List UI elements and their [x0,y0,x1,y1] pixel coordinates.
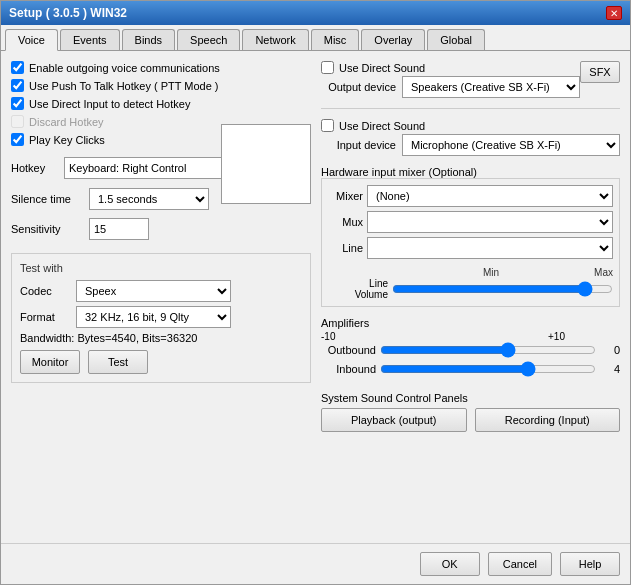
outbound-row: Outbound 0 [321,342,620,358]
tab-speech[interactable]: Speech [177,29,240,50]
play-key-clicks-label: Play Key Clicks [29,134,105,146]
output-direct-sound-checkbox[interactable] [321,61,334,74]
title-bar-controls: ✕ [606,6,622,20]
silence-time-label: Silence time [11,193,81,205]
input-direct-sound-checkbox[interactable] [321,119,334,132]
bottom-bar: OK Cancel Help [1,543,630,584]
sensitivity-input[interactable] [89,218,149,240]
output-device-select[interactable]: Speakers (Creative SB X-Fi) [402,76,580,98]
inbound-label: Inbound [321,363,376,375]
line-volume-min: Min [483,267,499,278]
output-device-label: Output device [321,81,396,93]
direct-input-checkbox[interactable] [11,97,24,110]
output-device-row: Output device Speakers (Creative SB X-Fi… [321,76,580,98]
format-label: Format [20,311,68,323]
wave-display [221,124,311,204]
inbound-value: 4 [600,363,620,375]
sound-control-label: System Sound Control Panels [321,392,620,404]
amplifiers-header: Amplifiers [321,317,620,329]
output-direct-sound-label: Use Direct Sound [339,62,425,74]
enable-voice-checkbox[interactable] [11,61,24,74]
output-left: Use Direct Sound Output device Speakers … [321,61,580,98]
outbound-slider[interactable] [380,342,596,358]
hardware-mixer-header: Hardware input mixer (Optional) [321,166,620,178]
tab-misc[interactable]: Misc [311,29,360,50]
cancel-button[interactable]: Cancel [488,552,552,576]
tab-binds[interactable]: Binds [122,29,176,50]
tab-network[interactable]: Network [242,29,308,50]
recording-button[interactable]: Recording (Input) [475,408,621,432]
input-section: Use Direct Sound Input device Microphone… [321,119,620,156]
codec-row: Codec Speex CELT Opus [20,280,302,302]
ok-button[interactable]: OK [420,552,480,576]
divider-1 [321,108,620,109]
play-key-clicks-checkbox[interactable] [11,133,24,146]
test-title: Test with [20,262,302,274]
sensitivity-label: Sensitivity [11,223,81,235]
close-button[interactable]: ✕ [606,6,622,20]
input-device-label: Input device [321,139,396,151]
bandwidth-text: Bandwidth: Bytes=4540, Bits=36320 [20,332,302,344]
line-volume-labels: Min Max [328,267,613,278]
output-direct-sound-row: Use Direct Sound [321,61,580,74]
line-select[interactable] [367,237,613,259]
playback-button[interactable]: Playback (output) [321,408,467,432]
enable-voice-label: Enable outgoing voice communications [29,62,220,74]
mixer-select[interactable]: (None) [367,185,613,207]
left-panel: Enable outgoing voice communications Use… [11,61,311,533]
amp-minus-label: -10 [321,331,335,342]
mixer-controls: Mixer (None) Mux Line [321,178,620,307]
bandwidth-label: Bandwidth: [20,332,74,344]
test-button[interactable]: Test [88,350,148,374]
line-volume-text-label: LineVolume [328,278,388,300]
hotkey-label: Hotkey [11,162,56,174]
input-device-select[interactable]: Microphone (Creative SB X-Fi) [402,134,620,156]
input-device-row: Input device Microphone (Creative SB X-F… [321,134,620,156]
silence-time-select[interactable]: 0.5 seconds 1 second 1.5 seconds 2 secon… [89,188,209,210]
codec-label: Codec [20,285,68,297]
input-direct-sound-label: Use Direct Sound [339,120,425,132]
tab-events[interactable]: Events [60,29,120,50]
sensitivity-fields: Silence time 0.5 seconds 1 second 1.5 se… [11,184,209,240]
amplifiers-section: Amplifiers -10 +10 Outbound 0 Inbound 4 [321,317,620,380]
amp-plus-label: +10 [548,331,565,342]
mixer-label: Mixer [328,190,363,202]
tab-overlay[interactable]: Overlay [361,29,425,50]
tab-voice[interactable]: Voice [5,29,58,51]
window-title: Setup ( 3.0.5 ) WIN32 [9,6,127,20]
discard-hotkey-label: Discard Hotkey [29,116,104,128]
amp-min-max: -10 +10 [321,331,620,342]
tab-bar: Voice Events Binds Speech Network Misc O… [1,25,630,51]
monitor-button[interactable]: Monitor [20,350,80,374]
mixer-row: Mixer (None) [328,185,613,207]
test-buttons: Monitor Test [20,350,302,374]
inbound-slider[interactable] [380,361,596,377]
push-to-talk-row: Use Push To Talk Hotkey ( PTT Mode ) [11,79,311,92]
direct-input-row: Use Direct Input to detect Hotkey [11,97,311,110]
tab-global[interactable]: Global [427,29,485,50]
tab-content: Enable outgoing voice communications Use… [1,51,630,543]
mux-select[interactable] [367,211,613,233]
test-section: Test with Codec Speex CELT Opus Format 3… [11,253,311,383]
inbound-row: Inbound 4 [321,361,620,377]
sensitivity-row: Sensitivity [11,218,209,240]
line-volume-section: Min Max LineVolume [328,267,613,300]
direct-input-label: Use Direct Input to detect Hotkey [29,98,190,110]
bandwidth-value: Bytes=4540, Bits=36320 [78,332,198,344]
discard-hotkey-checkbox [11,115,24,128]
format-select[interactable]: 32 KHz, 16 bit, 9 Qlty 16 KHz, 16 bit, 9… [76,306,231,328]
help-button[interactable]: Help [560,552,620,576]
title-bar: Setup ( 3.0.5 ) WIN32 ✕ [1,1,630,25]
codec-select[interactable]: Speex CELT Opus [76,280,231,302]
line-volume-label [328,267,388,278]
line-row: Line [328,237,613,259]
line-volume-slider-row: LineVolume [328,278,613,300]
line-volume-max: Max [594,267,613,278]
outbound-label: Outbound [321,344,376,356]
line-label: Line [328,242,363,254]
line-volume-slider[interactable] [392,281,613,297]
sfx-button[interactable]: SFX [580,61,620,83]
push-to-talk-checkbox[interactable] [11,79,24,92]
mux-label: Mux [328,216,363,228]
silence-sensitivity-area: Silence time 0.5 seconds 1 second 1.5 se… [11,184,311,240]
